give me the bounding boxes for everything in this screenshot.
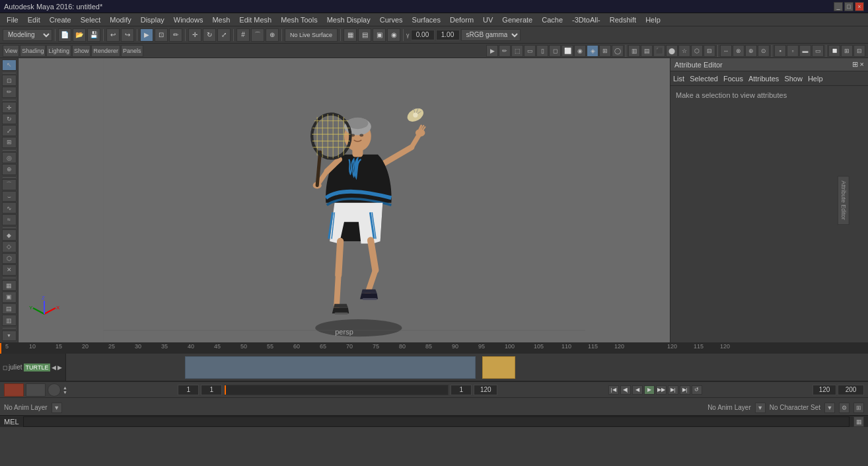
attr-nav-help[interactable]: Help bbox=[808, 75, 823, 83]
close-button[interactable]: × bbox=[855, 2, 864, 11]
paint-select-button[interactable]: ✏ bbox=[499, 45, 511, 57]
char-icon1[interactable]: ⚙ bbox=[839, 403, 850, 413]
move-button[interactable]: ✛ bbox=[188, 28, 201, 42]
vp-icon9[interactable]: ◯ bbox=[612, 45, 624, 57]
vp-icon20[interactable]: ⊙ bbox=[758, 45, 770, 57]
curve-tool1[interactable]: ⌒ bbox=[2, 179, 17, 190]
attr-nav-list[interactable]: List bbox=[673, 75, 684, 83]
vp-icon1[interactable]: ⬚ bbox=[511, 45, 523, 57]
vp-icon2[interactable]: ▭ bbox=[524, 45, 536, 57]
menu-file[interactable]: File bbox=[3, 15, 22, 24]
show-manip-tool[interactable]: ⊕ bbox=[2, 164, 17, 175]
breakdown-key-tool[interactable]: ◇ bbox=[2, 241, 17, 252]
tab-shading[interactable]: Shading bbox=[20, 45, 46, 57]
tab-lighting[interactable]: Lighting bbox=[46, 45, 71, 57]
paint-select-tool[interactable]: ✏ bbox=[2, 87, 17, 98]
track-timeline[interactable] bbox=[66, 354, 868, 381]
menu-curves[interactable]: Curves bbox=[376, 15, 407, 24]
undo-button[interactable]: ↩ bbox=[106, 28, 120, 42]
menu-edit-mesh[interactable]: Edit Mesh bbox=[235, 15, 275, 24]
redo-button[interactable]: ↪ bbox=[121, 28, 134, 42]
menu-display[interactable]: Display bbox=[137, 15, 168, 24]
viewport[interactable]: X Y Z persp bbox=[18, 58, 670, 342]
snap-curve-button[interactable]: ⌒ bbox=[251, 28, 264, 42]
set-key-tool[interactable]: ◆ bbox=[2, 229, 17, 241]
selection-tool[interactable]: ↖ bbox=[2, 59, 17, 71]
playhead-indicator[interactable] bbox=[0, 343, 1, 354]
track-prev-btn[interactable]: ◀ bbox=[52, 364, 56, 371]
anim-layer-menu[interactable]: ▼ bbox=[52, 403, 62, 413]
inbetween-key-tool[interactable]: ⬡ bbox=[2, 253, 17, 264]
snap-grid-button[interactable]: # bbox=[236, 28, 250, 42]
char-icon2[interactable]: ⊞ bbox=[853, 403, 864, 413]
attr-nav-selected[interactable]: Selected bbox=[690, 75, 718, 83]
vp-icon11[interactable]: ▤ bbox=[641, 45, 653, 57]
play-reverse-button[interactable]: ▶▶ bbox=[656, 385, 667, 395]
tool4[interactable]: ▥ bbox=[2, 315, 17, 326]
render3-button[interactable]: ▣ bbox=[373, 28, 386, 42]
tool1[interactable]: ▦ bbox=[2, 280, 17, 291]
go-end-button[interactable]: ▶| bbox=[680, 385, 690, 395]
vp-icon6[interactable]: ◉ bbox=[574, 45, 586, 57]
menu-help[interactable]: Help bbox=[641, 15, 665, 24]
vp-icon25[interactable]: 🔲 bbox=[828, 45, 840, 57]
gamma-select[interactable]: sRGB gamma bbox=[461, 29, 521, 41]
vp-icon14[interactable]: ☆ bbox=[678, 45, 690, 57]
vp-icon8[interactable]: ⊞ bbox=[599, 45, 611, 57]
vp-icon17[interactable]: ↔ bbox=[720, 45, 732, 57]
arrow-tool[interactable]: ▼ bbox=[2, 330, 17, 342]
select-tool-button[interactable]: ▶ bbox=[140, 28, 153, 42]
status-icon[interactable]: ▦ bbox=[853, 416, 864, 427]
attr-editor-side-tab[interactable]: Attribute Editor bbox=[838, 176, 850, 225]
menu-cache[interactable]: Cache bbox=[538, 15, 567, 24]
menu-mesh[interactable]: Mesh bbox=[208, 15, 234, 24]
mini-timeline[interactable] bbox=[224, 385, 449, 395]
mel-input[interactable] bbox=[23, 416, 850, 427]
move-tool[interactable]: ✛ bbox=[2, 102, 17, 113]
rotate-tool[interactable]: ↻ bbox=[2, 114, 17, 125]
vp-icon10[interactable]: ▥ bbox=[628, 45, 640, 57]
go-start-button[interactable]: |◀ bbox=[608, 385, 619, 395]
menu-surfaces[interactable]: Surfaces bbox=[408, 15, 445, 24]
attr-editor-expand[interactable]: ⊞ bbox=[852, 60, 858, 69]
minimize-button[interactable]: _ bbox=[834, 2, 843, 11]
attr-nav-attributes[interactable]: Attributes bbox=[748, 75, 779, 83]
lasso-button[interactable]: ⊡ bbox=[155, 28, 168, 42]
curve-tool4[interactable]: ≈ bbox=[2, 214, 17, 225]
range-start-input[interactable] bbox=[178, 385, 199, 395]
tab-show[interactable]: Show bbox=[72, 45, 91, 57]
attr-nav-focus[interactable]: Focus bbox=[723, 75, 743, 83]
range-end-display[interactable] bbox=[451, 385, 472, 395]
prev-frame-button[interactable]: ◀ bbox=[632, 385, 643, 395]
lasso-tool[interactable]: ⊡ bbox=[2, 75, 17, 86]
vp-icon4[interactable]: ◻ bbox=[549, 45, 561, 57]
vp-icon18[interactable]: ⊗ bbox=[733, 45, 744, 57]
mode-select[interactable]: Modeling Rigging Animation FX Rendering bbox=[3, 29, 52, 41]
range-end-input[interactable] bbox=[474, 385, 497, 395]
gamma-mult-input[interactable] bbox=[436, 30, 460, 40]
select-mode-button[interactable]: ▶ bbox=[486, 45, 498, 57]
end-frame-input[interactable] bbox=[813, 385, 836, 395]
vp-icon5[interactable]: ⬜ bbox=[561, 45, 573, 57]
menu-deform[interactable]: Deform bbox=[446, 15, 478, 24]
vp-icon26[interactable]: ⊞ bbox=[841, 45, 853, 57]
track-arrow-down[interactable]: ▼ bbox=[63, 390, 67, 395]
vp-icon7[interactable]: ◈ bbox=[587, 45, 598, 57]
vp-icon15[interactable]: ⬡ bbox=[691, 45, 703, 57]
vp-icon12[interactable]: ⬛ bbox=[653, 45, 665, 57]
menu-generate[interactable]: Generate bbox=[498, 15, 536, 24]
tab-panels[interactable]: Panels bbox=[121, 45, 143, 57]
menu-mesh-tools[interactable]: Mesh Tools bbox=[277, 15, 321, 24]
menu-redshift[interactable]: Redshift bbox=[606, 15, 640, 24]
tab-renderer[interactable]: Renderer bbox=[91, 45, 120, 57]
soft-mod-tool[interactable]: ◎ bbox=[2, 152, 17, 163]
universal-manip[interactable]: ⊞ bbox=[2, 137, 17, 148]
prev-key-button[interactable]: ◀| bbox=[620, 385, 631, 395]
track-block-main[interactable] bbox=[185, 356, 476, 379]
track-block-end[interactable] bbox=[482, 356, 515, 379]
paint-button[interactable]: ✏ bbox=[169, 28, 182, 42]
end-frame2-input[interactable] bbox=[838, 385, 864, 395]
render2-button[interactable]: ▤ bbox=[358, 28, 371, 42]
next-frame-button[interactable]: ▶| bbox=[668, 385, 678, 395]
vp-icon23[interactable]: ▬ bbox=[799, 45, 811, 57]
